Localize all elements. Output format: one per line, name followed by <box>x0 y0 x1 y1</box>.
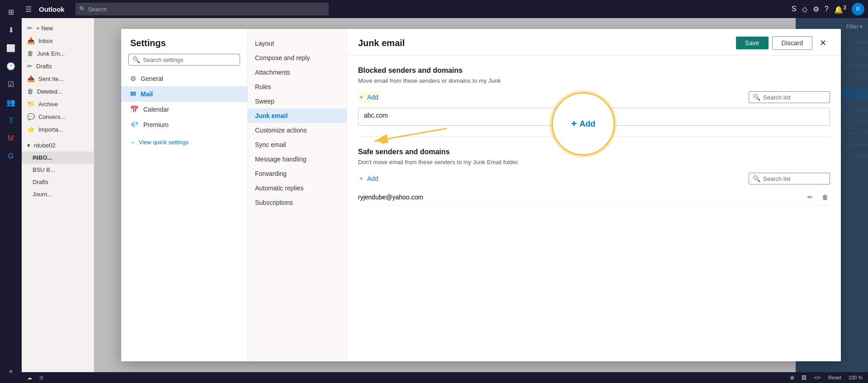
skype-icon[interactable]: S <box>792 5 797 13</box>
settings-actions: Save Discard ✕ <box>736 36 830 50</box>
nav-inbox[interactable]: 📥 Inbox <box>22 34 94 47</box>
safe-search-icon: 🔍 <box>753 175 760 182</box>
status-code-icon: </> <box>814 375 821 380</box>
hamburger-icon[interactable]: ☰ <box>25 5 32 14</box>
notifications-icon[interactable]: 🔔3 <box>834 4 846 14</box>
nav-compose[interactable]: ✏ + New <box>22 22 94 34</box>
settings-item-customize[interactable]: Customize actions <box>248 123 347 137</box>
status-monitor-icon: 🖥 <box>789 375 794 380</box>
settings-nav-general[interactable]: ⚙ General <box>121 71 247 86</box>
deleted-icon: 🗑 <box>27 88 33 95</box>
blocked-search-input[interactable] <box>763 94 826 101</box>
top-bar-icons: S ◇ ⚙ ? 🔔3 R <box>792 3 864 15</box>
nav-archive[interactable]: 📁 Archive <box>22 98 94 110</box>
top-bar: ☰ Outlook 🔍 S ◇ ⚙ ? 🔔3 R <box>22 0 868 18</box>
settings-nav-calendar[interactable]: 📅 Calendar <box>121 102 247 117</box>
people-icon[interactable]: 👥 <box>3 94 19 110</box>
settings-search-wrap: 🔍 <box>121 54 247 71</box>
settings-item-compose[interactable]: Compose and reply <box>248 51 347 65</box>
safe-title: Safe senders and domains <box>358 148 830 156</box>
settings-item-layout[interactable]: Layout <box>248 36 347 51</box>
premium-nav-icon: 💎 <box>130 121 139 129</box>
settings-main-body: Blocked senders and domains Move email f… <box>347 56 841 361</box>
nav-sent[interactable]: 📤 Sent Ite... <box>22 72 94 85</box>
twitter-icon[interactable]: 𝕋 <box>3 112 19 128</box>
nav-rdube-folder[interactable]: ▾ rdube02 <box>22 139 94 151</box>
delete-safe-entry-button[interactable]: 🗑 <box>820 193 830 202</box>
settings-item-attachments[interactable]: Attachments <box>248 65 347 80</box>
settings-main-header: Junk email Save Discard ✕ <box>347 29 841 56</box>
top-search-icon: 🔍 <box>79 6 86 12</box>
diamond-icon[interactable]: ◇ <box>802 5 807 14</box>
settings-item-forwarding[interactable]: Forwarding <box>248 166 347 181</box>
safe-section: Safe senders and domains Don't move emai… <box>358 148 830 206</box>
junk-email-title: Junk email <box>358 38 405 48</box>
settings-search-box[interactable]: 🔍 <box>128 54 240 66</box>
nav-junk[interactable]: 🗑 Junk Em... <box>22 47 94 60</box>
status-image-icon: 🖼 <box>802 375 807 380</box>
discard-button[interactable]: Discard <box>772 36 812 50</box>
status-bar: ☁ ⊙ 🖥 🖼 </> Reset 100 % <box>22 372 868 383</box>
safe-actions: ＋ Add 🔍 <box>358 173 830 184</box>
blocked-title: Blocked senders and domains <box>358 66 830 75</box>
add-app-icon[interactable]: ＋ <box>3 363 19 379</box>
save-button[interactable]: Save <box>736 37 769 49</box>
left-nav: ✏ + New 📥 Inbox 🗑 Junk Em... ✏ Drafts 📤 <box>22 18 94 372</box>
gmail-icon[interactable]: M <box>3 130 19 147</box>
help-icon[interactable]: ? <box>825 5 829 13</box>
add-blocked-button[interactable]: ＋ Add <box>358 91 378 103</box>
settings-item-auto-replies[interactable]: Automatic replies <box>248 181 347 195</box>
edit-safe-entry-button[interactable]: ✏ <box>806 193 815 202</box>
blocked-search-icon: 🔍 <box>753 94 760 101</box>
nav-inbox-subfolder[interactable]: INBO... <box>22 151 94 164</box>
settings-item-junk[interactable]: Junk email <box>248 109 347 123</box>
nav-home-icon[interactable]: ⬜ <box>3 40 19 56</box>
nav-drafts[interactable]: ✏ Drafts <box>22 60 94 72</box>
nav-mail: ✏ + New 📥 Inbox 🗑 Junk Em... ✏ Drafts 📤 <box>22 18 868 372</box>
expand-icon: ▾ <box>27 142 30 149</box>
close-button[interactable]: ✕ <box>816 36 830 50</box>
view-quick-settings-btn[interactable]: ← View quick settings <box>121 136 247 148</box>
back-arrow-icon: ← <box>130 139 136 146</box>
blocked-actions: ＋ Add 🔍 <box>358 91 830 103</box>
settings-main-panel: Junk email Save Discard ✕ Blocked sender… <box>347 29 841 361</box>
settings-item-message-handling[interactable]: Message handling <box>248 152 347 166</box>
main-content: ☰ Outlook 🔍 S ◇ ⚙ ? 🔔3 R ✏ <box>22 0 868 383</box>
settings-item-sync[interactable]: Sync email <box>248 137 347 152</box>
nav-bsu[interactable]: BSU B... <box>22 164 94 176</box>
settings-nav-premium[interactable]: 💎 Premium <box>121 117 247 132</box>
nav-drafts-sub[interactable]: Drafts <box>22 176 94 188</box>
avatar[interactable]: R <box>852 3 864 15</box>
top-search-input[interactable] <box>75 3 329 15</box>
compose-icon: ✏ <box>27 24 33 32</box>
grid-icon[interactable]: ⊞ <box>3 4 19 20</box>
gear-icon[interactable]: ⚙ <box>813 5 819 14</box>
general-icon: ⚙ <box>130 75 136 83</box>
clock-icon[interactable]: 🕐 <box>3 58 19 74</box>
status-reset-label[interactable]: Reset <box>828 375 841 380</box>
nav-important[interactable]: ⭐ Importa... <box>22 123 94 136</box>
settings-search-input[interactable] <box>143 57 236 63</box>
status-cloud-icon: ☁ <box>27 375 32 381</box>
drafts-icon: ✏ <box>27 62 33 70</box>
checkbox-icon[interactable]: ☑ <box>3 76 19 92</box>
settings-nav-mail[interactable]: ✉ Mail <box>121 86 247 102</box>
download-icon[interactable]: ⬇ <box>3 22 19 38</box>
junk-icon: 🗑 <box>27 50 33 57</box>
status-wifi-icon: ⊙ <box>39 375 43 381</box>
settings-item-subscriptions[interactable]: Subscriptions <box>248 195 347 210</box>
nav-jour[interactable]: Journ... <box>22 188 94 200</box>
settings-middle-panel: Layout Compose and reply Attachments Rul… <box>248 29 347 361</box>
important-icon: ⭐ <box>27 126 35 133</box>
archive-icon: 📁 <box>27 100 35 108</box>
nav-conversations[interactable]: 💬 Convers... <box>22 110 94 123</box>
settings-item-rules[interactable]: Rules <box>248 80 347 94</box>
add-safe-button[interactable]: ＋ Add <box>358 173 378 184</box>
app-shell: ⊞ ⬇ ⬜ 🕐 ☑ 👥 𝕋 M G ＋ ☰ Outlook 🔍 S ◇ ⚙ <box>0 0 868 383</box>
status-bar-right: 🖥 🖼 </> Reset 100 % <box>789 375 863 380</box>
google-icon[interactable]: G <box>3 148 19 165</box>
inbox-icon: 📥 <box>27 37 35 44</box>
safe-search-input[interactable] <box>763 175 826 182</box>
settings-item-sweep[interactable]: Sweep <box>248 94 347 109</box>
nav-deleted[interactable]: 🗑 Deleted... <box>22 85 94 98</box>
